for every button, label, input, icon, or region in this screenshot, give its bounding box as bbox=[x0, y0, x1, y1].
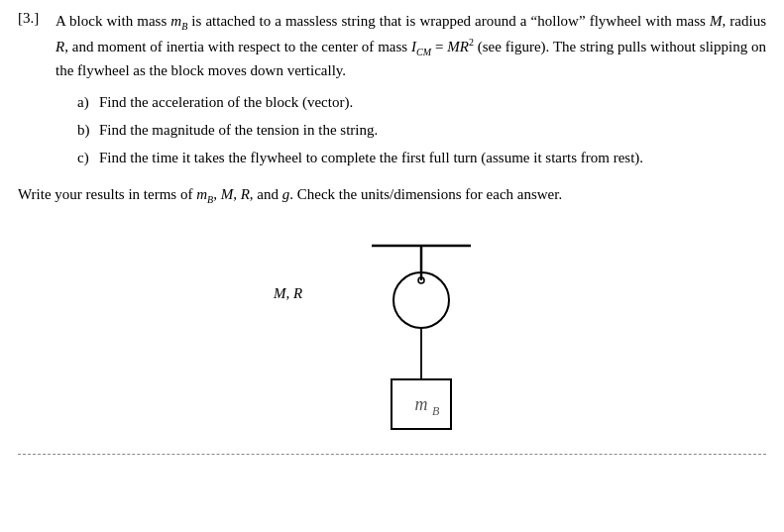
sub-text-b: Find the magnitude of the tension in the… bbox=[99, 118, 766, 142]
problem-main-text: A block with mass mB is attached to a ma… bbox=[56, 10, 766, 82]
sub-question-c: c) Find the time it takes the flywheel t… bbox=[77, 146, 766, 169]
svg-text:m: m bbox=[415, 394, 428, 414]
sub-label-a: a) bbox=[77, 90, 99, 114]
sub-question-b: b) Find the magnitude of the tension in … bbox=[77, 118, 766, 142]
write-results-line: Write your results in terms of mB, M, R,… bbox=[18, 183, 766, 208]
svg-text:B: B bbox=[432, 404, 440, 418]
figure-area: M, R m B bbox=[18, 226, 766, 444]
figure-mr-label: M, R bbox=[274, 285, 302, 302]
dashed-separator bbox=[18, 454, 766, 455]
problem-block: [3.] A block with mass mB is attached to… bbox=[18, 10, 766, 455]
sub-text-a: Find the acceleration of the block (vect… bbox=[99, 90, 766, 114]
sub-label-c: c) bbox=[77, 146, 99, 169]
figure-svg: m B bbox=[312, 226, 510, 444]
sub-questions: a) Find the acceleration of the block (v… bbox=[77, 90, 766, 169]
sub-text-c: Find the time it takes the flywheel to c… bbox=[99, 146, 766, 169]
sub-question-a: a) Find the acceleration of the block (v… bbox=[77, 90, 766, 114]
svg-point-2 bbox=[393, 272, 449, 328]
sub-label-b: b) bbox=[77, 118, 99, 142]
problem-number: [3.] bbox=[18, 10, 56, 27]
problem-header: [3.] A block with mass mB is attached to… bbox=[18, 10, 766, 82]
